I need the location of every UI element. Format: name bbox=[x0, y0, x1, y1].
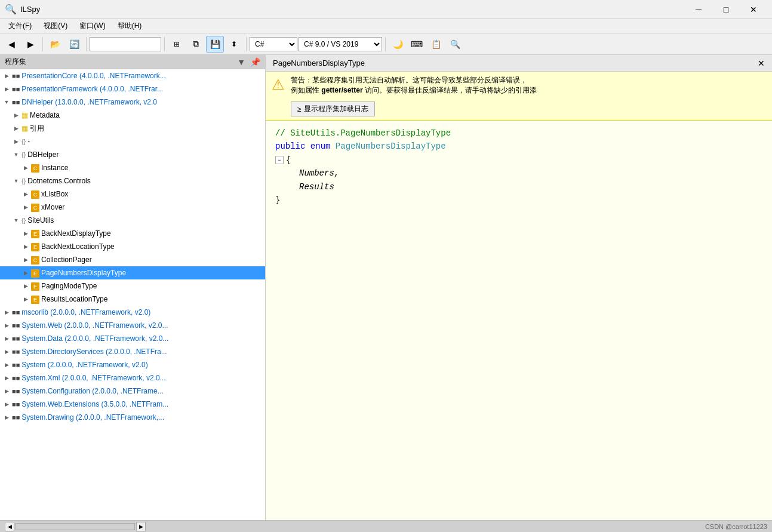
expand-icon-n23[interactable]: ▶ bbox=[2, 361, 11, 369]
expand-icon-n13[interactable]: ▶ bbox=[21, 229, 30, 238]
expand-icon-n22[interactable]: ▶ bbox=[2, 348, 11, 356]
expand-icon-n15[interactable]: ▶ bbox=[21, 256, 30, 264]
search-input[interactable] bbox=[90, 37, 161, 51]
expand-icon-n19[interactable]: ▶ bbox=[2, 308, 11, 316]
expand-icon-n21[interactable]: ▶ bbox=[2, 334, 11, 343]
maximize-button[interactable]: □ bbox=[712, 0, 740, 19]
code-header-pin[interactable]: ✕ bbox=[758, 59, 765, 68]
tree-label-n25: System.Configuration (2.0.0.0, .NETFrame… bbox=[21, 387, 163, 395]
theme-button[interactable]: 🌙 bbox=[389, 36, 407, 53]
tree-node-n18[interactable]: ▶EResultsLocationType bbox=[0, 293, 265, 306]
menu-file[interactable]: 文件(F) bbox=[2, 19, 38, 33]
scroll-left-button[interactable]: ◀ bbox=[5, 522, 14, 531]
tree-icon-n4: ▦ bbox=[21, 111, 28, 119]
tree-icon-n7: {} bbox=[21, 150, 26, 159]
reload-button[interactable]: 🔄 bbox=[65, 36, 83, 53]
tree-node-n7[interactable]: ▼{}DBHelper bbox=[0, 148, 265, 161]
tree-node-n10[interactable]: ▶CxListBox bbox=[0, 187, 265, 201]
expand-icon-n3[interactable]: ▼ bbox=[2, 98, 11, 106]
manage-assemblies-button[interactable]: ⊞ bbox=[168, 36, 186, 53]
tree-node-n3[interactable]: ▼■■DNHelper (13.0.0.0, .NETFramework, v2… bbox=[0, 96, 265, 109]
expand-icon-n5[interactable]: ▶ bbox=[12, 124, 20, 133]
tree-node-n12[interactable]: ▼{}SiteUtils bbox=[0, 214, 265, 227]
tree-node-n5[interactable]: ▶▦引用 bbox=[0, 122, 265, 135]
tree-node-n27[interactable]: ▶■■System.Drawing (2.0.0.0, .NETFramewor… bbox=[0, 411, 265, 424]
tree-node-n8[interactable]: ▶CInstance bbox=[0, 161, 265, 174]
expand-icon-n14[interactable]: ▶ bbox=[21, 242, 30, 251]
expand-icon-n9[interactable]: ▼ bbox=[12, 177, 20, 185]
tree-icon-n22: ■■ bbox=[12, 348, 20, 356]
tree-node-n26[interactable]: ▶■■System.Web.Extensions (3.5.0.0, .NETF… bbox=[0, 398, 265, 411]
expand-icon-n25[interactable]: ▶ bbox=[2, 387, 11, 395]
menu-help[interactable]: 帮助(H) bbox=[112, 19, 148, 33]
tree-node-n25[interactable]: ▶■■System.Configuration (2.0.0.0, .NETFr… bbox=[0, 385, 265, 398]
expand-icon-n24[interactable]: ▶ bbox=[2, 374, 11, 382]
minimize-button[interactable]: ─ bbox=[685, 0, 712, 19]
expand-icon-n11[interactable]: ▶ bbox=[21, 203, 30, 211]
expand-icon-n18[interactable]: ▶ bbox=[21, 295, 30, 303]
tree-node-n15[interactable]: ▶CCollectionPager bbox=[0, 253, 265, 266]
expand-icon-n7[interactable]: ▼ bbox=[12, 150, 20, 159]
sort-button[interactable]: ⬍ bbox=[225, 36, 243, 53]
expand-icon-n12[interactable]: ▼ bbox=[12, 216, 20, 225]
back-button[interactable]: ◀ bbox=[2, 36, 20, 53]
tree-node-n23[interactable]: ▶■■System (2.0.0.0, .NETFramework, v2.0) bbox=[0, 358, 265, 371]
tree-node-n11[interactable]: ▶CxMover bbox=[0, 201, 265, 214]
expand-icon-n10[interactable]: ▶ bbox=[21, 190, 30, 198]
tree-node-n9[interactable]: ▼{}Dotnetcms.Controls bbox=[0, 174, 265, 187]
expand-icon-n6[interactable]: ▶ bbox=[12, 137, 20, 146]
tree-node-n20[interactable]: ▶■■System.Web (2.0.0.0, .NETFramework, v… bbox=[0, 319, 265, 332]
expand-icon-n8[interactable]: ▶ bbox=[21, 164, 30, 172]
tree-node-n4[interactable]: ▶▦Metadata bbox=[0, 109, 265, 122]
tree-label-n23: System (2.0.0.0, .NETFramework, v2.0) bbox=[21, 361, 147, 369]
tree-container[interactable]: ▶■■PresentationCore (4.0.0.0, .NETFramew… bbox=[0, 69, 265, 520]
expand-icon-n4[interactable]: ▶ bbox=[12, 111, 20, 119]
save-button[interactable]: 💾 bbox=[206, 36, 224, 53]
close-button[interactable]: ✕ bbox=[740, 0, 767, 19]
titlebar-left: 🔍 ILSpy bbox=[5, 4, 40, 15]
copy2-button[interactable]: 📋 bbox=[427, 36, 445, 53]
tree-node-n2[interactable]: ▶■■PresentationFramework (4.0.0.0, .NETF… bbox=[0, 82, 265, 96]
show-log-button[interactable]: ≥ 显示程序集加载日志 bbox=[291, 102, 375, 116]
panel-pin-icon[interactable]: 📌 bbox=[250, 57, 260, 67]
tree-icon-n18: E bbox=[31, 295, 39, 304]
expand-icon-n17[interactable]: ▶ bbox=[21, 282, 30, 290]
copy-button[interactable]: ⌨ bbox=[408, 36, 426, 53]
code-area[interactable]: // SiteUtils.PageNumbersDisplayType publ… bbox=[266, 121, 772, 520]
collapse-button[interactable]: − bbox=[275, 156, 284, 164]
tree-icon-n16: E bbox=[31, 269, 39, 278]
expand-icon-n27[interactable]: ▶ bbox=[2, 413, 11, 422]
tree-node-n21[interactable]: ▶■■System.Data (2.0.0.0, .NETFramework, … bbox=[0, 332, 265, 345]
tree-label-n14: BackNextLocationType bbox=[41, 242, 115, 251]
version-selector[interactable]: C# 9.0 / VS 2019 bbox=[299, 37, 382, 51]
tree-node-n1[interactable]: ▶■■PresentationCore (4.0.0.0, .NETFramew… bbox=[0, 69, 265, 82]
tree-node-n13[interactable]: ▶EBackNextDisplayType bbox=[0, 227, 265, 240]
expand-icon-n2[interactable]: ▶ bbox=[2, 85, 11, 93]
expand-icon-n20[interactable]: ▶ bbox=[2, 321, 11, 330]
menu-window[interactable]: 窗口(W) bbox=[73, 19, 111, 33]
tree-node-n24[interactable]: ▶■■System.Xml (2.0.0.0, .NETFramework, v… bbox=[0, 371, 265, 385]
tree-node-n17[interactable]: ▶EPagingModeType bbox=[0, 279, 265, 293]
tree-label-n2: PresentationFramework (4.0.0.0, .NETFrar… bbox=[21, 85, 163, 93]
tree-icon-n5: ▦ bbox=[21, 124, 28, 133]
horizontal-scrollbar[interactable] bbox=[16, 523, 135, 530]
language-selector[interactable]: C# IL VB bbox=[250, 37, 297, 51]
code-header-title: PageNumbersDisplayType bbox=[273, 59, 365, 67]
tree-node-n14[interactable]: ▶EBackNextLocationType bbox=[0, 240, 265, 253]
expand-icon-n26[interactable]: ▶ bbox=[2, 400, 11, 408]
tree-node-n22[interactable]: ▶■■System.DirectoryServices (2.0.0.0, .N… bbox=[0, 345, 265, 358]
scroll-right-button[interactable]: ▶ bbox=[136, 522, 146, 531]
code-line-4: Numbers, bbox=[275, 167, 762, 180]
panel-dropdown-icon[interactable]: ▼ bbox=[237, 57, 245, 67]
search-button[interactable]: 🔍 bbox=[446, 36, 464, 53]
menu-view[interactable]: 视图(V) bbox=[38, 19, 73, 33]
new-window-button[interactable]: ⧉ bbox=[187, 36, 205, 53]
open-button[interactable]: 📂 bbox=[46, 36, 64, 53]
tree-node-n6[interactable]: ▶{}- bbox=[0, 135, 265, 148]
expand-icon-n16[interactable]: ▶ bbox=[21, 269, 30, 277]
forward-button[interactable]: ▶ bbox=[21, 36, 39, 53]
expand-icon-n1[interactable]: ▶ bbox=[2, 72, 11, 80]
tree-node-n16[interactable]: ▶EPageNumbersDisplayType bbox=[0, 266, 265, 279]
tree-label-n10: xListBox bbox=[41, 190, 68, 198]
tree-node-n19[interactable]: ▶■■mscorlib (2.0.0.0, .NETFramework, v2.… bbox=[0, 306, 265, 319]
